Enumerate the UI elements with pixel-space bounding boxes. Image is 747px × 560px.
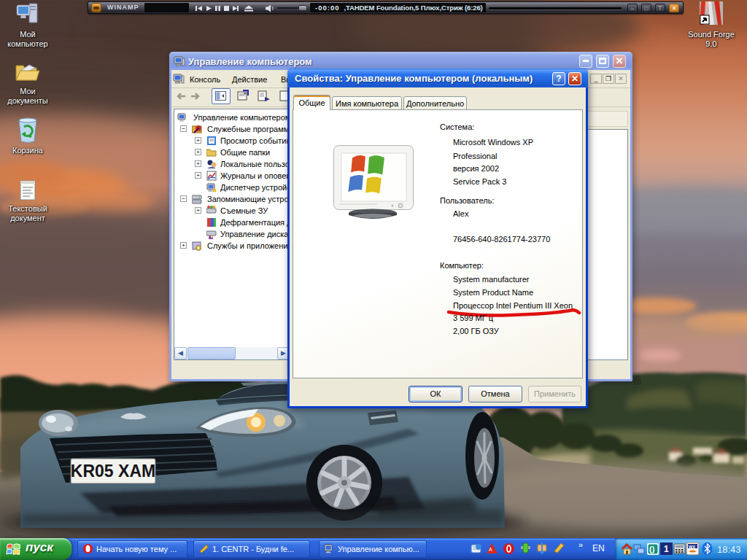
svg-text:(): () [649, 545, 655, 553]
svg-text:KR05 XAM: KR05 XAM [71, 462, 155, 481]
svg-text:1: 1 [664, 544, 669, 554]
svg-text:WX: WX [689, 545, 695, 549]
svg-text:A: A [489, 547, 492, 552]
